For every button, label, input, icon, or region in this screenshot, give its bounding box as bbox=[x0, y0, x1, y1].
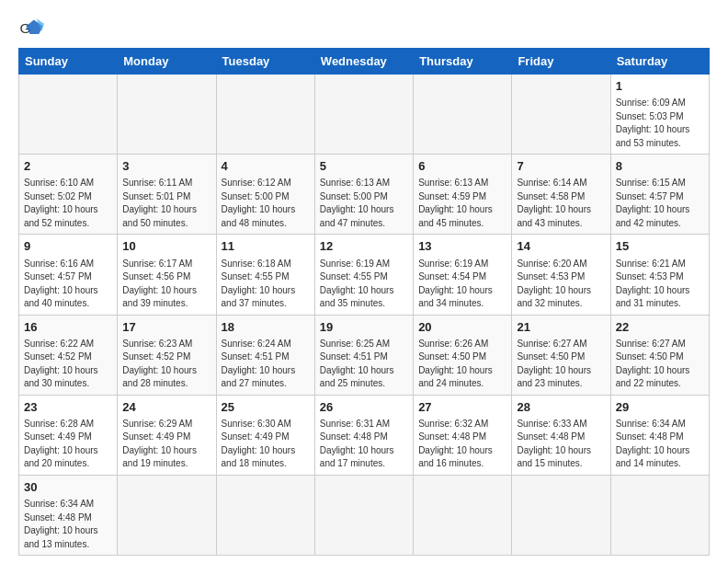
calendar-week-row: 23Sunrise: 6:28 AM Sunset: 4:49 PM Dayli… bbox=[19, 395, 710, 475]
day-number: 10 bbox=[122, 238, 210, 255]
calendar-cell: 10Sunrise: 6:17 AM Sunset: 4:56 PM Dayli… bbox=[118, 235, 216, 315]
day-info: Sunrise: 6:19 AM Sunset: 4:55 PM Dayligh… bbox=[320, 258, 408, 311]
logo-icon: G bbox=[18, 15, 44, 40]
day-number: 3 bbox=[122, 158, 210, 175]
calendar-cell: 24Sunrise: 6:29 AM Sunset: 4:49 PM Dayli… bbox=[118, 395, 216, 475]
day-number: 4 bbox=[222, 158, 310, 175]
day-info: Sunrise: 6:31 AM Sunset: 4:48 PM Dayligh… bbox=[320, 418, 408, 471]
page-header: G bbox=[18, 15, 710, 40]
day-info: Sunrise: 6:18 AM Sunset: 4:55 PM Dayligh… bbox=[222, 258, 310, 311]
calendar-cell bbox=[314, 475, 413, 555]
logo: G bbox=[18, 15, 48, 40]
calendar-cell: 20Sunrise: 6:26 AM Sunset: 4:50 PM Dayli… bbox=[414, 315, 512, 395]
day-number: 1 bbox=[616, 78, 704, 95]
day-info: Sunrise: 6:12 AM Sunset: 5:00 PM Dayligh… bbox=[222, 177, 310, 230]
day-info: Sunrise: 6:19 AM Sunset: 4:54 PM Dayligh… bbox=[418, 258, 506, 311]
calendar-week-row: 1Sunrise: 6:09 AM Sunset: 5:03 PM Daylig… bbox=[19, 75, 710, 155]
day-number: 24 bbox=[122, 399, 210, 416]
day-info: Sunrise: 6:27 AM Sunset: 4:50 PM Dayligh… bbox=[616, 338, 704, 391]
calendar-cell: 23Sunrise: 6:28 AM Sunset: 4:49 PM Dayli… bbox=[19, 395, 118, 475]
day-number: 23 bbox=[24, 399, 112, 416]
calendar-cell bbox=[414, 75, 512, 155]
col-header-tuesday: Tuesday bbox=[216, 49, 314, 75]
day-number: 25 bbox=[222, 399, 310, 416]
day-number: 22 bbox=[616, 319, 704, 336]
day-info: Sunrise: 6:32 AM Sunset: 4:48 PM Dayligh… bbox=[418, 418, 506, 471]
calendar-cell: 14Sunrise: 6:20 AM Sunset: 4:53 PM Dayli… bbox=[512, 235, 610, 315]
day-info: Sunrise: 6:14 AM Sunset: 4:58 PM Dayligh… bbox=[517, 177, 605, 230]
day-info: Sunrise: 6:13 AM Sunset: 5:00 PM Dayligh… bbox=[320, 177, 408, 230]
calendar-week-row: 16Sunrise: 6:22 AM Sunset: 4:52 PM Dayli… bbox=[19, 315, 710, 395]
day-number: 18 bbox=[222, 319, 310, 336]
day-number: 6 bbox=[418, 158, 506, 175]
day-info: Sunrise: 6:34 AM Sunset: 4:48 PM Dayligh… bbox=[616, 418, 704, 471]
calendar-cell bbox=[118, 475, 216, 555]
calendar-table: SundayMondayTuesdayWednesdayThursdayFrid… bbox=[18, 48, 710, 556]
day-number: 12 bbox=[320, 238, 408, 255]
calendar-week-row: 30Sunrise: 6:34 AM Sunset: 4:48 PM Dayli… bbox=[19, 475, 710, 555]
calendar-cell bbox=[512, 75, 610, 155]
day-number: 30 bbox=[24, 479, 112, 496]
calendar-cell: 5Sunrise: 6:13 AM Sunset: 5:00 PM Daylig… bbox=[314, 155, 413, 235]
calendar-cell: 7Sunrise: 6:14 AM Sunset: 4:58 PM Daylig… bbox=[512, 155, 610, 235]
day-info: Sunrise: 6:24 AM Sunset: 4:51 PM Dayligh… bbox=[222, 338, 310, 391]
calendar-cell: 13Sunrise: 6:19 AM Sunset: 4:54 PM Dayli… bbox=[414, 235, 512, 315]
day-number: 29 bbox=[616, 399, 704, 416]
calendar-cell: 2Sunrise: 6:10 AM Sunset: 5:02 PM Daylig… bbox=[19, 155, 118, 235]
day-info: Sunrise: 6:22 AM Sunset: 4:52 PM Dayligh… bbox=[24, 338, 112, 391]
day-info: Sunrise: 6:16 AM Sunset: 4:57 PM Dayligh… bbox=[24, 258, 112, 311]
col-header-thursday: Thursday bbox=[414, 49, 512, 75]
calendar-cell: 3Sunrise: 6:11 AM Sunset: 5:01 PM Daylig… bbox=[118, 155, 216, 235]
calendar-cell: 11Sunrise: 6:18 AM Sunset: 4:55 PM Dayli… bbox=[216, 235, 314, 315]
calendar-cell: 4Sunrise: 6:12 AM Sunset: 5:00 PM Daylig… bbox=[216, 155, 314, 235]
calendar-cell: 28Sunrise: 6:33 AM Sunset: 4:48 PM Dayli… bbox=[512, 395, 610, 475]
calendar-cell bbox=[314, 75, 413, 155]
calendar-cell: 30Sunrise: 6:34 AM Sunset: 4:48 PM Dayli… bbox=[19, 475, 118, 555]
calendar-cell: 9Sunrise: 6:16 AM Sunset: 4:57 PM Daylig… bbox=[19, 235, 118, 315]
day-info: Sunrise: 6:33 AM Sunset: 4:48 PM Dayligh… bbox=[517, 418, 605, 471]
calendar-cell: 21Sunrise: 6:27 AM Sunset: 4:50 PM Dayli… bbox=[512, 315, 610, 395]
calendar-cell bbox=[216, 75, 314, 155]
day-number: 26 bbox=[320, 399, 408, 416]
calendar-cell bbox=[610, 475, 709, 555]
day-number: 21 bbox=[517, 319, 605, 336]
calendar-cell: 25Sunrise: 6:30 AM Sunset: 4:49 PM Dayli… bbox=[216, 395, 314, 475]
day-info: Sunrise: 6:21 AM Sunset: 4:53 PM Dayligh… bbox=[616, 258, 704, 311]
calendar-header-row: SundayMondayTuesdayWednesdayThursdayFrid… bbox=[19, 49, 710, 75]
calendar-cell: 8Sunrise: 6:15 AM Sunset: 4:57 PM Daylig… bbox=[610, 155, 709, 235]
day-number: 14 bbox=[517, 238, 605, 255]
calendar-cell: 12Sunrise: 6:19 AM Sunset: 4:55 PM Dayli… bbox=[314, 235, 413, 315]
calendar-cell: 22Sunrise: 6:27 AM Sunset: 4:50 PM Dayli… bbox=[610, 315, 709, 395]
calendar-cell: 6Sunrise: 6:13 AM Sunset: 4:59 PM Daylig… bbox=[414, 155, 512, 235]
calendar-cell: 16Sunrise: 6:22 AM Sunset: 4:52 PM Dayli… bbox=[19, 315, 118, 395]
day-number: 8 bbox=[616, 158, 704, 175]
day-number: 9 bbox=[24, 238, 112, 255]
calendar-week-row: 2Sunrise: 6:10 AM Sunset: 5:02 PM Daylig… bbox=[19, 155, 710, 235]
calendar-cell: 19Sunrise: 6:25 AM Sunset: 4:51 PM Dayli… bbox=[314, 315, 413, 395]
day-info: Sunrise: 6:30 AM Sunset: 4:49 PM Dayligh… bbox=[222, 418, 310, 471]
calendar-cell: 18Sunrise: 6:24 AM Sunset: 4:51 PM Dayli… bbox=[216, 315, 314, 395]
day-info: Sunrise: 6:23 AM Sunset: 4:52 PM Dayligh… bbox=[122, 338, 210, 391]
day-number: 19 bbox=[320, 319, 408, 336]
calendar-cell: 29Sunrise: 6:34 AM Sunset: 4:48 PM Dayli… bbox=[610, 395, 709, 475]
day-number: 28 bbox=[517, 399, 605, 416]
day-number: 13 bbox=[418, 238, 506, 255]
day-number: 16 bbox=[24, 319, 112, 336]
calendar-cell: 1Sunrise: 6:09 AM Sunset: 5:03 PM Daylig… bbox=[610, 75, 709, 155]
day-info: Sunrise: 6:34 AM Sunset: 4:48 PM Dayligh… bbox=[24, 498, 112, 551]
day-info: Sunrise: 6:20 AM Sunset: 4:53 PM Dayligh… bbox=[517, 258, 605, 311]
calendar-cell bbox=[414, 475, 512, 555]
day-info: Sunrise: 6:17 AM Sunset: 4:56 PM Dayligh… bbox=[122, 258, 210, 311]
calendar-cell bbox=[216, 475, 314, 555]
day-info: Sunrise: 6:29 AM Sunset: 4:49 PM Dayligh… bbox=[122, 418, 210, 471]
col-header-friday: Friday bbox=[512, 49, 610, 75]
calendar-cell: 17Sunrise: 6:23 AM Sunset: 4:52 PM Dayli… bbox=[118, 315, 216, 395]
col-header-monday: Monday bbox=[118, 49, 216, 75]
day-number: 11 bbox=[222, 238, 310, 255]
day-info: Sunrise: 6:28 AM Sunset: 4:49 PM Dayligh… bbox=[24, 418, 112, 471]
calendar-week-row: 9Sunrise: 6:16 AM Sunset: 4:57 PM Daylig… bbox=[19, 235, 710, 315]
day-number: 27 bbox=[418, 399, 506, 416]
day-info: Sunrise: 6:10 AM Sunset: 5:02 PM Dayligh… bbox=[24, 177, 112, 230]
day-info: Sunrise: 6:27 AM Sunset: 4:50 PM Dayligh… bbox=[517, 338, 605, 391]
day-info: Sunrise: 6:09 AM Sunset: 5:03 PM Dayligh… bbox=[616, 97, 704, 150]
